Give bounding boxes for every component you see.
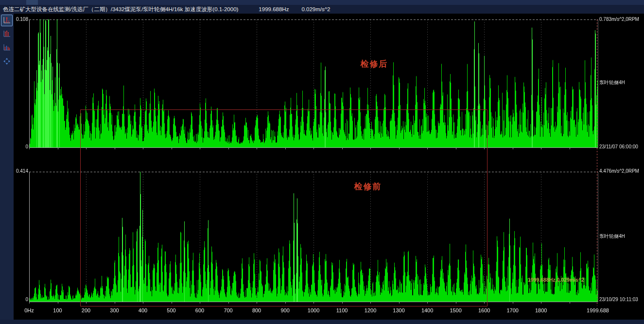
x-axis-label: 800 (242, 307, 271, 313)
x-axis-label: 700 (214, 307, 243, 313)
pan-move-button[interactable] (1, 55, 13, 67)
spectrum-markers-button[interactable] (1, 42, 13, 54)
x-axis-label: 1200 (356, 307, 385, 313)
x-axis-label: 500 (157, 307, 186, 313)
breadcrumb-path: 色连二矿大型设备在线监测/洗选厂（二期）/3432煤泥泵/泵叶轮侧4H/16k … (3, 6, 238, 12)
chart1-fullscale-label: 0.783m/s^2,0RPM (599, 17, 639, 22)
x-axis-label: 900 (271, 307, 300, 313)
spectrum-bars-button[interactable] (1, 28, 13, 40)
x-axis-label: 1400 (413, 307, 442, 313)
chart1-ymin-label: 0 (14, 144, 28, 150)
chart-area: 0.108 0 0.414 0 0.783m/s^2,0RPM 泵叶轮侧4H 2… (14, 14, 644, 324)
x-axis-label: 400 (128, 307, 157, 313)
spectrum-markers-icon (3, 44, 11, 52)
x-axis-label: 1700 (498, 307, 527, 313)
x-axis-label: 200 (71, 307, 101, 313)
annotation-after-repair: 检修后 (345, 58, 403, 70)
toolbar-sidebar (0, 14, 14, 324)
x-axis-label: 1100 (328, 307, 357, 313)
chart1-ymax-label: 0.108 (14, 17, 28, 22)
pan-move-icon (3, 57, 11, 65)
waveform-cursor-button[interactable] (1, 15, 13, 26)
chart2-fullscale-label: 4.476m/s^2,0RPM (599, 168, 639, 174)
x-axis-labels: 0Hz1002003004005006007008009001000110012… (14, 307, 644, 315)
spectrum-bars-icon (3, 30, 11, 38)
chart2-channel-label: 泵叶轮侧4H (599, 234, 625, 239)
chart2-timestamp-label: 23/10/29 10:11:03 (599, 297, 638, 303)
x-axis-label: 100 (43, 307, 72, 313)
waveform-cursor-icon (3, 17, 11, 24)
x-axis-label: 1800 (526, 307, 556, 313)
x-axis-label: 1300 (384, 307, 414, 313)
x-axis-label: 1000 (299, 307, 328, 313)
top-strip-tab (26, 0, 38, 5)
chart1-channel-label: 泵叶轮侧4H (599, 80, 625, 86)
amplitude-readout: 0.029m/s^2 (301, 6, 330, 12)
app-window: 色连二矿大型设备在线监测/洗选厂（二期）/3432煤泥泵/泵叶轮侧4H/16k … (0, 0, 644, 324)
frequency-readout: 1999.688Hz (259, 6, 289, 12)
x-axis-label: 1500 (441, 307, 470, 313)
title-bar: 色连二矿大型设备在线监测/洗选厂（二期）/3432煤泥泵/泵叶轮侧4H/16k … (0, 5, 644, 14)
x-axis-label: 600 (185, 307, 214, 313)
chart2-ymax-label: 0.414 (14, 168, 28, 174)
chart1-timestamp-label: 23/11/07 06:00:00 (599, 144, 638, 150)
x-axis-label: 1999.688 (583, 307, 612, 313)
x-axis-label: 0Hz (15, 307, 44, 313)
top-strip (0, 0, 644, 5)
x-axis-label: 300 (100, 307, 129, 313)
annotation-before-repair: 检修前 (339, 181, 397, 192)
cursor-value-label: 1999.688Hz,0.029m/s^2 (528, 277, 584, 283)
chart2-ymin-label: 0 (14, 297, 28, 303)
bottom-strip (0, 320, 644, 324)
x-axis-label: 1600 (470, 307, 499, 313)
